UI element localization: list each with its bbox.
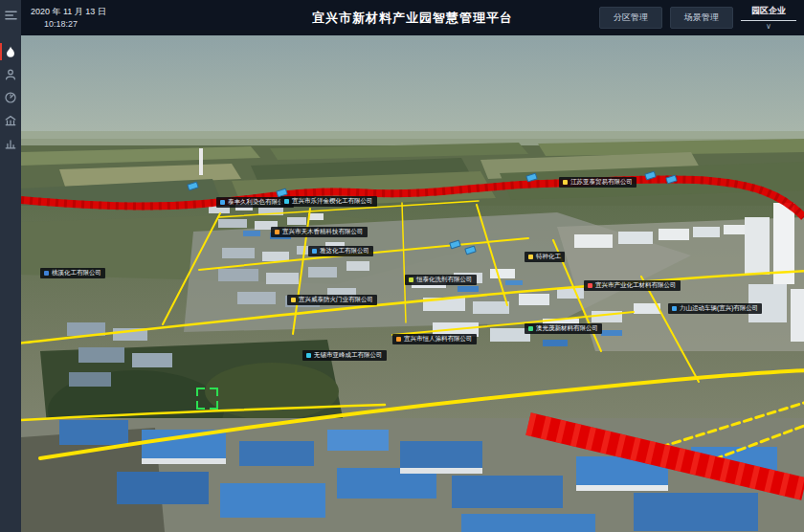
company-marker-icon xyxy=(275,230,279,234)
scene-management-button[interactable]: 场景管理 xyxy=(670,7,733,29)
company-marker-icon xyxy=(563,180,568,185)
company-marker-icon xyxy=(306,353,311,358)
company-label[interactable]: 力山运动车辆(宜兴)有限公司 xyxy=(668,303,762,314)
company-label-text: 宜兴市乐洋金樱化工有限公司 xyxy=(292,198,373,205)
company-marker-icon xyxy=(528,326,533,331)
chevron-down-icon: ∨ xyxy=(766,23,771,31)
company-marker-icon xyxy=(409,277,413,282)
company-label[interactable]: 澳光茂新材料有限公司 xyxy=(525,323,602,334)
fire-icon[interactable] xyxy=(0,40,21,63)
company-label[interactable]: 无锡市亚峰成工有限公司 xyxy=(302,350,387,361)
company-label-text: 宜兴市产业化工材料有限公司 xyxy=(595,282,677,289)
map-viewport[interactable]: 泰丰久利染色有限公司宜兴市乐洋金樱化工有限公司宜兴市天木香精科技有限公司雅达化工… xyxy=(21,35,804,532)
vehicle-marker[interactable] xyxy=(464,245,477,255)
company-marker-icon xyxy=(528,255,533,259)
company-label[interactable]: 恒泰化洗剂有限公司 xyxy=(405,275,477,285)
company-marker-icon xyxy=(312,249,317,254)
vehicle-marker[interactable] xyxy=(187,181,199,190)
vehicle-marker[interactable] xyxy=(449,239,461,249)
vehicle-marker[interactable] xyxy=(665,174,678,184)
company-label[interactable]: 宜兴市恒人涂料有限公司 xyxy=(392,334,477,344)
company-label-text: 力山运动车辆(宜兴)有限公司 xyxy=(680,305,758,312)
company-label[interactable]: 宜兴市产业化工材料有限公司 xyxy=(584,280,681,291)
park-enterprises-dropdown[interactable]: 园区企业 ∨ xyxy=(741,5,796,31)
park-enterprises-label: 园区企业 xyxy=(741,5,796,21)
company-label-text: 澳光茂新材料有限公司 xyxy=(536,325,598,332)
company-label[interactable]: 宜兴市乐洋金樱化工有限公司 xyxy=(280,196,377,207)
factory-icon[interactable] xyxy=(0,109,21,132)
company-label-text: 宜兴市恒人涂料有限公司 xyxy=(404,336,473,343)
menu-icon[interactable] xyxy=(0,4,21,27)
company-label-text: 桃溪化工有限公司 xyxy=(52,270,101,277)
label-layer: 泰丰久利染色有限公司宜兴市乐洋金樱化工有限公司宜兴市天木香精科技有限公司雅达化工… xyxy=(21,35,804,532)
company-marker-icon xyxy=(220,200,225,205)
company-label[interactable]: 宜兴市天木香精科技有限公司 xyxy=(271,227,368,237)
company-label-text: 无锡市亚峰成工有限公司 xyxy=(314,352,383,359)
page-title: 宜兴市新材料产业园智慧管理平台 xyxy=(312,10,513,27)
company-marker-icon xyxy=(672,306,677,311)
company-label-text: 江苏亚泰贸易有限公司 xyxy=(570,179,633,186)
left-toolbar xyxy=(0,0,21,532)
company-marker-icon xyxy=(284,199,289,204)
company-label-text: 雅达化工有限公司 xyxy=(320,248,369,255)
company-marker-icon xyxy=(44,271,49,276)
gauge-icon[interactable] xyxy=(0,86,21,109)
vehicle-marker[interactable] xyxy=(525,172,538,182)
company-label-text: 恒泰化洗剂有限公司 xyxy=(416,277,473,283)
company-marker-icon xyxy=(291,298,296,302)
date-text: 2020 年 11 月 13 日 xyxy=(31,6,106,18)
company-label[interactable]: 雅达化工有限公司 xyxy=(308,246,373,256)
time-text: 10:18:27 xyxy=(44,18,106,31)
bar-chart-icon[interactable] xyxy=(0,132,21,155)
selection-bracket xyxy=(196,388,218,410)
zone-management-button[interactable]: 分区管理 xyxy=(599,7,662,29)
company-label-text: 宜兴市天木香精科技有限公司 xyxy=(282,229,364,235)
company-label[interactable]: 特种化工 xyxy=(525,252,565,262)
company-label[interactable]: 江苏亚泰贸易有限公司 xyxy=(559,177,636,188)
company-label[interactable]: 桃溪化工有限公司 xyxy=(40,268,105,278)
datetime-block: 2020 年 11 月 13 日 10:18:27 xyxy=(31,6,106,31)
company-marker-icon xyxy=(588,283,592,288)
vehicle-marker[interactable] xyxy=(644,170,657,180)
company-marker-icon xyxy=(396,337,401,342)
company-label[interactable]: 宜兴威泰防火门业有限公司 xyxy=(287,295,377,305)
user-icon[interactable] xyxy=(0,63,21,86)
top-header: 2020 年 11 月 13 日 10:18:27 宜兴市新材料产业园智慧管理平… xyxy=(21,0,804,35)
company-label-text: 特种化工 xyxy=(536,254,561,260)
company-label-text: 宜兴威泰防火门业有限公司 xyxy=(299,297,373,303)
